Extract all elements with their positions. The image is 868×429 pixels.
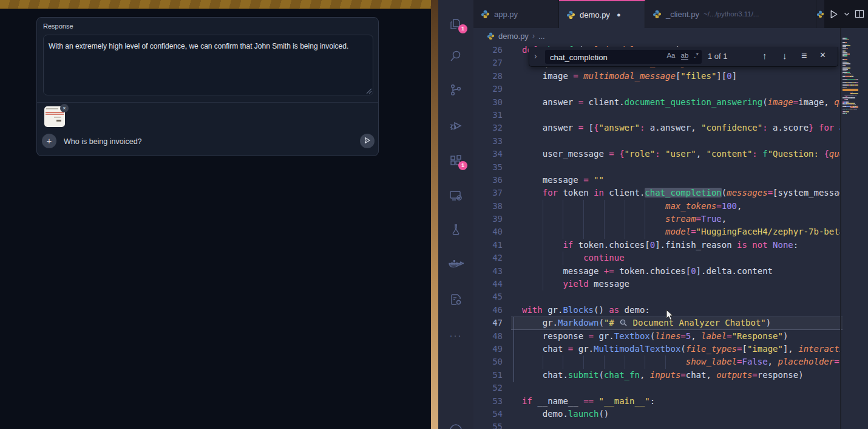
find-result-count: 1 of 1 xyxy=(708,52,728,61)
code-line[interactable]: 32 answer = [{"answer": a.answer, "confi… xyxy=(473,122,841,134)
code-line[interactable]: 34 user_message = {"role": "user", "cont… xyxy=(473,148,841,160)
add-file-button[interactable]: + xyxy=(42,134,56,148)
chat-input-row: + xyxy=(37,133,379,149)
run-python-file-button[interactable] xyxy=(829,9,839,19)
code-line[interactable]: 28 image = multimodal_message["files"][0… xyxy=(473,70,841,83)
gradio-topbar xyxy=(0,0,431,9)
find-next-button[interactable]: ↓ xyxy=(782,50,787,61)
tab-label: app.py xyxy=(494,10,518,19)
find-input[interactable] xyxy=(549,50,648,64)
send-button[interactable] xyxy=(360,134,375,148)
find-close-button[interactable]: ✕ xyxy=(819,50,826,60)
code-line[interactable]: 45 xyxy=(473,290,841,303)
code-line[interactable]: 44 yield message xyxy=(473,278,841,290)
python-icon xyxy=(653,10,662,19)
code-line[interactable]: 51 chat.submit(chat_fn, inputs=chat, out… xyxy=(473,369,841,382)
tab-demo-py[interactable]: demo.py ● xyxy=(559,0,645,28)
vscode-window: 1 1 xyxy=(438,0,868,429)
python-icon xyxy=(481,10,490,19)
card-divider xyxy=(37,102,378,103)
remote-explorer-icon[interactable] xyxy=(438,182,473,210)
window-divider[interactable] xyxy=(431,0,438,429)
tab-description: ~/.../python3.11/... xyxy=(704,10,759,18)
python-icon xyxy=(566,10,575,19)
split-editor-button[interactable] xyxy=(855,9,864,19)
code-line[interactable]: 49 chat = gr.MultimodalTextbox(file_type… xyxy=(473,343,841,355)
code-line[interactable]: 54 demo.launch() xyxy=(473,408,841,420)
modified-dot-icon[interactable]: ● xyxy=(617,11,621,18)
account-icon[interactable] xyxy=(438,415,473,429)
response-textarea[interactable]: With an extremely high level of confiden… xyxy=(43,35,373,95)
chat-text-input[interactable] xyxy=(63,133,326,150)
find-widget: › Aa ab .* 1 of 1 ↑ ↓ ≡ ✕ xyxy=(529,47,838,67)
remove-attachment-button[interactable]: × xyxy=(60,104,69,112)
code-line[interactable]: 35 xyxy=(473,161,841,174)
code-line[interactable]: 37 for token in client.chat_completion(m… xyxy=(473,187,841,199)
editor-actions xyxy=(824,0,868,28)
screenshot-root: Response With an extremely high level of… xyxy=(0,0,868,429)
python-icon xyxy=(816,10,824,19)
minimap[interactable] xyxy=(843,38,858,117)
breadcrumb-rest[interactable]: ... xyxy=(538,32,545,41)
code-line[interactable]: 40 model="HuggingFaceH4/zephyr-7b-beta")… xyxy=(473,225,841,238)
code-line[interactable]: 31 xyxy=(473,109,841,122)
explorer-icon[interactable]: 1 xyxy=(438,10,473,38)
code-line[interactable]: 39 stream=True, xyxy=(473,213,841,225)
explorer-badge: 1 xyxy=(458,24,467,33)
code-line[interactable]: 29 xyxy=(473,83,841,95)
source-control-icon[interactable] xyxy=(438,76,473,104)
more-actions-icon[interactable]: ··· xyxy=(438,321,473,349)
find-previous-button[interactable]: ↑ xyxy=(762,50,767,61)
breadcrumb[interactable]: demo.py › ... xyxy=(473,28,868,44)
code-line[interactable]: 52 xyxy=(473,382,841,394)
find-in-selection-button[interactable]: ≡ xyxy=(801,50,807,61)
magnifier-emoji-icon xyxy=(619,318,628,327)
breadcrumb-file[interactable]: demo.py xyxy=(498,32,529,41)
gradio-app-panel: Response With an extremely high level of… xyxy=(0,0,431,429)
code-line[interactable]: 46with gr.Blocks() as demo: xyxy=(473,304,841,317)
activity-bar: 1 1 xyxy=(438,0,473,429)
code-line[interactable]: 55 xyxy=(473,420,841,429)
resize-handle-icon[interactable] xyxy=(366,88,372,94)
regex-toggle[interactable]: .* xyxy=(694,52,699,60)
tab-app-py[interactable]: app.py xyxy=(473,0,559,28)
tab-overflow-sliver[interactable] xyxy=(816,0,824,28)
send-icon xyxy=(364,137,371,144)
run-debug-icon[interactable] xyxy=(438,111,473,139)
testing-beaker-icon[interactable] xyxy=(438,216,473,244)
code-line[interactable]: 36 message = "" xyxy=(473,174,841,187)
search-icon[interactable] xyxy=(438,42,473,70)
code-line[interactable]: 41 if token.choices[0].finish_reason is … xyxy=(473,239,841,252)
whole-word-toggle[interactable]: ab xyxy=(681,52,689,60)
gradio-card: Response With an extremely high level of… xyxy=(36,17,379,156)
code-editor[interactable]: 26def chat_fn(multimodal_message):27 que… xyxy=(473,44,868,429)
extensions-badge: 1 xyxy=(458,161,467,170)
code-line[interactable]: 48 response = gr.Textbox(lines=5, label=… xyxy=(473,330,841,343)
code-line[interactable]: 42 continue xyxy=(473,252,841,264)
run-dropdown-chevron-icon[interactable] xyxy=(844,11,850,17)
find-expand-chevron[interactable]: › xyxy=(534,51,537,61)
tab-label: _client.py xyxy=(666,10,699,19)
code-line[interactable]: 50 show_label=False, placeholder="Upload… xyxy=(473,355,841,368)
tab-label: demo.py xyxy=(580,10,610,19)
minimap-match-marker xyxy=(843,89,858,91)
response-label: Response xyxy=(43,22,73,30)
code-line[interactable]: 38 max_tokens=100, xyxy=(473,200,841,213)
match-case-toggle[interactable]: Aa xyxy=(666,52,675,60)
breadcrumb-separator: › xyxy=(532,32,535,40)
extensions-icon[interactable]: 1 xyxy=(438,146,473,174)
minimap-border xyxy=(840,28,841,429)
code-line[interactable]: 43 message += token.choices[0].delta.con… xyxy=(473,265,841,278)
code-line[interactable]: 47 gr.Markdown("# Document Analyzer Chat… xyxy=(473,317,841,329)
code-line[interactable]: 33 xyxy=(473,135,841,148)
tab-client-py[interactable]: _client.py ~/.../python3.11/... xyxy=(645,0,816,28)
docker-icon[interactable] xyxy=(438,251,473,279)
code-line[interactable]: 30 answer = client.document_question_ans… xyxy=(473,96,841,109)
find-input-box: Aa ab .* xyxy=(545,50,702,64)
python-icon xyxy=(487,32,495,40)
code-line[interactable]: 53if __name__ == "__main__": xyxy=(473,395,841,408)
tab-bar: app.py demo.py ● _client.py ~/.../python… xyxy=(473,0,868,28)
task-file-icon[interactable] xyxy=(438,286,473,314)
